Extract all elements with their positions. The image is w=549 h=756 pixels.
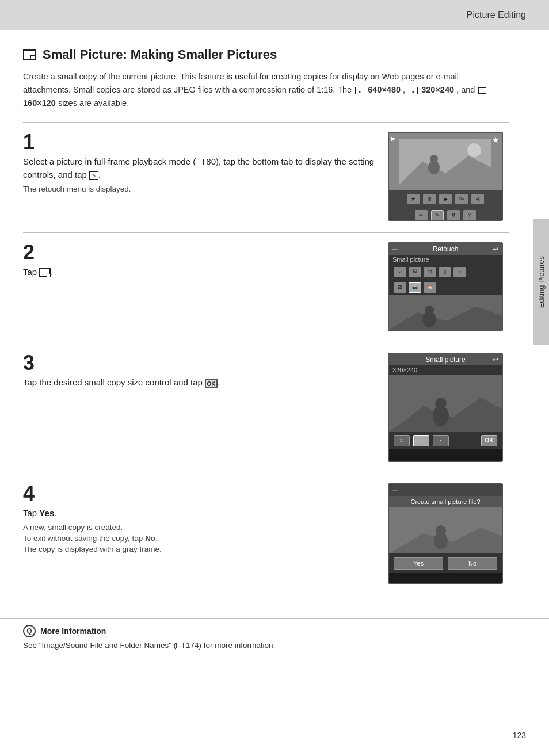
step-2-instruction: Tap . bbox=[23, 265, 376, 278]
icon-trash: 🗑 bbox=[423, 194, 436, 204]
header-bar: Picture Editing bbox=[0, 0, 549, 30]
title-text: Small Picture: Making Smaller Pictures bbox=[43, 47, 277, 62]
screen3-connection: — bbox=[392, 356, 398, 362]
inline-icon-160 bbox=[478, 87, 486, 94]
svg-point-2 bbox=[467, 143, 481, 157]
s2-icon-4: ▯ bbox=[439, 267, 451, 277]
screen4-landscape bbox=[389, 507, 502, 553]
step-4-sub1: A new, small copy is created. bbox=[23, 523, 376, 532]
step-3-screen-container: — Small picture ↩ 320×240 bbox=[388, 353, 509, 462]
more-info-icon: Q bbox=[23, 625, 36, 637]
screen4-image bbox=[389, 507, 502, 553]
step-4: 4 Tap Yes. A new, small copy is created.… bbox=[23, 483, 509, 584]
screen2-small-picture-label: Small picture bbox=[389, 255, 502, 264]
svg-point-12 bbox=[435, 398, 447, 409]
icon-star: ★ bbox=[407, 194, 420, 204]
svg-point-16 bbox=[436, 525, 446, 536]
screen2-connection-icon: — bbox=[392, 246, 398, 252]
screen3-header: — Small picture ↩ bbox=[389, 354, 502, 365]
screen3-image bbox=[389, 375, 502, 432]
step-4-instruction: Tap Yes. bbox=[23, 506, 376, 520]
icon-y: Y bbox=[463, 210, 476, 220]
ok-button[interactable]: OK bbox=[481, 435, 497, 446]
step-2-left: 2 Tap . bbox=[23, 242, 376, 282]
page-title: Small Picture: Making Smaller Pictures bbox=[23, 47, 509, 62]
screen2-header: — Retouch ↩ bbox=[389, 243, 502, 255]
inline-icon-640: ■ bbox=[355, 87, 364, 94]
inline-icon-320: ■ bbox=[409, 87, 418, 94]
screen1-icons-row2: ✏ ✎ 🎙 Y bbox=[389, 208, 502, 221]
screen2-icons-row2: 🖼 📷 🏠 bbox=[389, 280, 502, 295]
screen4-question: Create small picture file? bbox=[389, 496, 502, 507]
screen3-size-label: 320×240 bbox=[389, 365, 502, 375]
screen2-bottom-image bbox=[389, 295, 502, 330]
divider-1 bbox=[23, 122, 509, 123]
step-4-sub2: To exit without saving the copy, tap No. bbox=[23, 534, 376, 543]
step-4-screen-container: — Create small picture file? Yes No bbox=[388, 483, 509, 584]
s2-icon-2: 🖼 bbox=[409, 267, 421, 277]
size-btn-medium[interactable]: ▫ bbox=[413, 435, 429, 446]
step-1-left: 1 Select a picture in full-frame playbac… bbox=[23, 132, 376, 194]
yes-button[interactable]: Yes bbox=[394, 557, 443, 570]
size-btn-large[interactable]: □ bbox=[394, 435, 410, 446]
s2-icon-8: 🏠 bbox=[424, 282, 436, 293]
s2-icon-3: ⊞ bbox=[424, 267, 436, 277]
title-icon bbox=[23, 49, 36, 60]
step-3: 3 Tap the desired small copy size contro… bbox=[23, 353, 509, 462]
side-tab-label: Editing Pictures bbox=[537, 256, 546, 308]
page-number: 123 bbox=[513, 731, 526, 740]
step-3-number: 3 bbox=[23, 353, 376, 373]
step-2-screen: — Retouch ↩ Small picture ↙ 🖼 ⊞ ▯ ○ 🖼 📷 bbox=[388, 242, 503, 331]
more-info-text: See "Image/Sound File and Folder Names" … bbox=[23, 641, 526, 650]
svg-point-4 bbox=[430, 155, 438, 163]
main-content: Small Picture: Making Smaller Pictures C… bbox=[0, 30, 549, 613]
more-info-title: Q More Information bbox=[23, 625, 526, 637]
header-title: Picture Editing bbox=[467, 10, 526, 20]
star-badge: ★ bbox=[492, 135, 500, 144]
step-4-number: 4 bbox=[23, 483, 376, 504]
no-button[interactable]: No bbox=[448, 557, 497, 570]
step-1-number: 1 bbox=[23, 132, 376, 152]
screen4-top-bar: — bbox=[389, 484, 502, 496]
more-info-label: More Information bbox=[40, 627, 106, 636]
s2-icon-7-highlighted: 📷 bbox=[409, 282, 421, 293]
s2-icon-1: ↙ bbox=[394, 267, 406, 277]
intro-text: Create a small copy of the current pictu… bbox=[23, 70, 509, 110]
screen2-icons-row1: ↙ 🖼 ⊞ ▯ ○ bbox=[389, 264, 502, 280]
step-2-screen-container: — Retouch ↩ Small picture ↙ 🖼 ⊞ ▯ ○ 🖼 📷 bbox=[388, 242, 509, 331]
step-3-screen: — Small picture ↩ 320×240 bbox=[388, 353, 503, 462]
screen3-controls: □ ▫ ▪ OK bbox=[389, 432, 502, 449]
screen1-image: ▶ — ★ bbox=[389, 133, 502, 190]
screen3-landscape bbox=[389, 375, 502, 432]
line-icon: — bbox=[391, 142, 397, 148]
size-btn-small[interactable]: ▪ bbox=[433, 435, 449, 446]
screen2-retouch-label: Retouch bbox=[433, 245, 459, 253]
screen2-landscape bbox=[389, 295, 502, 330]
divider-3 bbox=[23, 343, 509, 343]
divider-2 bbox=[23, 232, 509, 233]
side-tab: Editing Pictures bbox=[533, 219, 549, 345]
screen2-back-icon: ↩ bbox=[493, 245, 498, 253]
screen4-buttons: Yes No bbox=[389, 553, 502, 573]
icon-on: On bbox=[455, 194, 468, 204]
svg-point-8 bbox=[425, 306, 434, 315]
landscape-image bbox=[399, 139, 491, 185]
step-3-left: 3 Tap the desired small copy size contro… bbox=[23, 353, 376, 392]
step-3-instruction: Tap the desired small copy size control … bbox=[23, 376, 376, 389]
step-1-sub: The retouch menu is displayed. bbox=[23, 185, 376, 193]
step-4-left: 4 Tap Yes. A new, small copy is created.… bbox=[23, 483, 376, 553]
icon-print: 🖨 bbox=[471, 194, 484, 204]
step-1-screen-container: ▶ — ★ ★ 🗑 ▶ bbox=[388, 132, 509, 221]
play-icon: ▶ bbox=[391, 135, 396, 142]
s2-icon-6: 🖼 bbox=[394, 282, 406, 293]
screen3-title: Small picture bbox=[425, 356, 465, 364]
divider-4 bbox=[23, 474, 509, 474]
screen1-icons-row1: ★ 🗑 ▶ On 🖨 bbox=[389, 190, 502, 208]
step-2-number: 2 bbox=[23, 242, 376, 263]
step-2: 2 Tap . — Retouch ↩ Small picture ↙ 🖼 ⊞ bbox=[23, 242, 509, 331]
s2-icon-5: ○ bbox=[453, 267, 466, 277]
size-buttons: □ ▫ ▪ bbox=[394, 435, 449, 446]
screen4-connection: — bbox=[392, 487, 398, 493]
icon-edit: ✎ bbox=[431, 210, 444, 220]
step-1: 1 Select a picture in full-frame playbac… bbox=[23, 132, 509, 221]
